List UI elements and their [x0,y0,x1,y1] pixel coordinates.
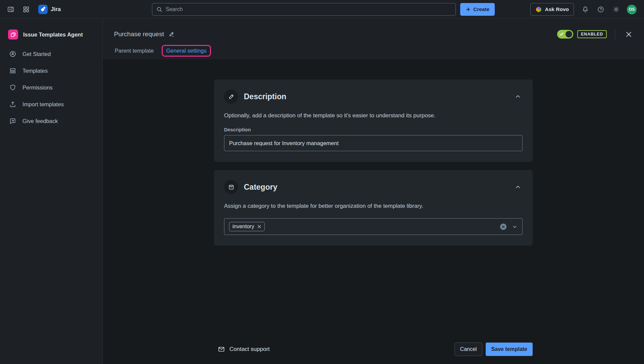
page-title: Purchase request [114,31,164,38]
search-icon [156,6,162,12]
sidebar-item-permissions[interactable]: Permissions [0,79,102,96]
sidebar-item-label: Import templates [22,101,64,108]
footer-bar: Contact support Cancel Save template [214,343,533,356]
sidebar-collapse-icon[interactable] [5,3,17,15]
sidebar-item-label: Templates [22,68,48,74]
settings-gear-icon[interactable] [610,3,622,15]
sidebar-item-label: Get Started [22,51,51,57]
upload-icon [9,101,17,108]
save-template-button[interactable]: Save template [486,343,533,356]
board-icon [9,67,17,74]
annotation-highlight-box: General settings [162,45,211,57]
app-switcher-icon[interactable] [20,3,32,15]
lifebuoy-icon [9,50,17,58]
search-input[interactable] [166,6,451,12]
tab-parent-template[interactable]: Parent template [114,45,154,57]
sidebar-item-import-templates[interactable]: Import templates [0,96,102,113]
feedback-icon [9,117,17,125]
card-title: Category [244,183,277,192]
description-input[interactable] [224,135,523,151]
settings-content: Description Optionally, add a descriptio… [103,59,644,364]
shield-icon [9,84,17,91]
rovo-icon [535,6,542,13]
toggle-knob [566,31,572,38]
card-description: Assign a category to the template for be… [224,203,523,209]
chevron-down-icon[interactable] [512,224,518,230]
sidebar-app-header: Issue Templates Agent [0,27,102,46]
tag-label: inventory [232,224,254,230]
clear-all-icon[interactable] [500,224,506,230]
card-description: Optionally, add a description of the tem… [224,112,523,119]
create-label: Create [473,6,489,12]
ask-rovo-button[interactable]: Ask Rovo [530,3,574,16]
app-name: Jira [51,6,61,13]
status-badge: ENABLED [577,30,607,38]
ask-rovo-label: Ask Rovo [545,6,569,12]
jira-home-link[interactable]: Jira [38,5,61,14]
sidebar-item-get-started[interactable]: Get Started [0,46,102,62]
contact-support-label: Contact support [229,346,270,353]
main-panel: Purchase request [103,19,644,364]
category-tag-chip: inventory [229,222,265,231]
category-select[interactable]: inventory [224,218,523,235]
sidebar-item-label: Give feedback [22,118,58,124]
sidebar-item-give-feedback[interactable]: Give feedback [0,113,102,129]
cancel-button[interactable]: Cancel [454,343,483,356]
chevron-up-icon[interactable] [513,92,523,101]
mail-icon [218,346,225,353]
edit-title-icon[interactable] [168,31,175,38]
check-icon [559,32,564,36]
template-header: Purchase request [103,19,644,59]
help-icon[interactable] [595,3,607,15]
category-card: Category Assign a category to the templa… [214,170,533,246]
sidebar-item-templates[interactable]: Templates [0,62,102,79]
field-label: Description [224,127,523,132]
close-icon[interactable] [623,29,634,40]
sidebar-app-title: Issue Templates Agent [23,32,83,38]
description-card: Description Optionally, add a descriptio… [214,79,533,162]
divider [615,29,615,39]
tab-bar: Parent template General settings [114,45,634,59]
chevron-up-icon[interactable] [513,182,523,192]
notifications-bell-icon[interactable] [579,3,591,15]
sidebar-item-label: Permissions [22,84,53,91]
card-title: Description [244,92,286,101]
user-avatar[interactable]: OS [627,5,637,14]
search-bar[interactable] [152,3,456,16]
issue-templates-app-icon [8,29,18,40]
enabled-toggle[interactable] [557,30,573,39]
contact-support-link[interactable]: Contact support [218,346,270,353]
archive-icon [224,180,238,194]
pencil-icon [224,89,238,104]
tab-general-settings[interactable]: General settings [166,48,206,54]
plus-icon [466,7,471,12]
jira-logo [38,5,48,14]
create-button[interactable]: Create [460,3,495,16]
tag-remove-icon[interactable] [257,225,261,229]
top-bar: Jira Create [0,0,644,19]
sidebar: Issue Templates Agent Get Started Te [0,19,103,364]
